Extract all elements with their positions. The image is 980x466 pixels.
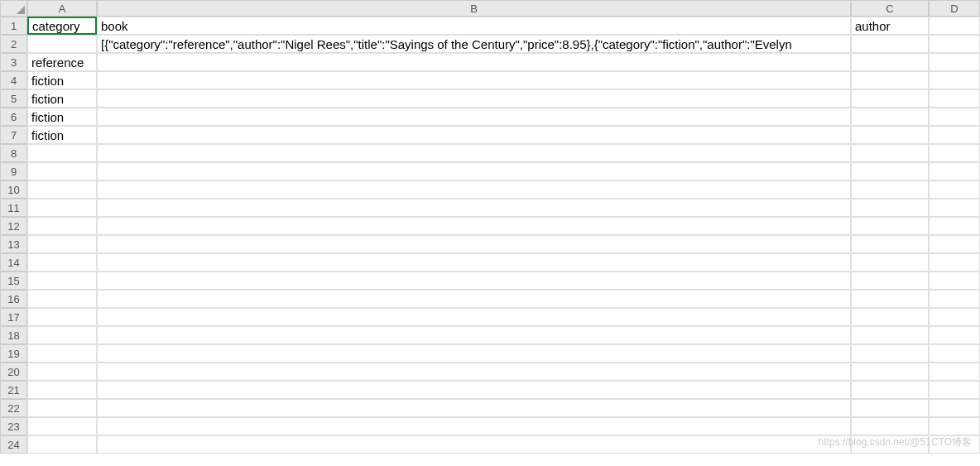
cell-d13[interactable] [929, 235, 980, 253]
cell-d23[interactable] [929, 417, 980, 435]
cell-d21[interactable] [929, 381, 980, 399]
row-header-17[interactable]: 17 [0, 308, 27, 326]
cell-a18[interactable] [27, 326, 97, 344]
cell-a20[interactable] [27, 363, 97, 381]
select-all-corner[interactable] [0, 0, 27, 17]
row-header-9[interactable]: 9 [0, 162, 27, 180]
row-header-8[interactable]: 8 [0, 144, 27, 162]
cell-c20[interactable] [851, 363, 929, 381]
cell-c2[interactable] [851, 35, 929, 53]
row-header-12[interactable]: 12 [0, 217, 27, 235]
cell-b20[interactable] [97, 363, 851, 381]
cell-c21[interactable] [851, 381, 929, 399]
cell-a11[interactable] [27, 199, 97, 217]
row-header-6[interactable]: 6 [0, 108, 27, 126]
row-header-19[interactable]: 19 [0, 344, 27, 363]
cell-b6[interactable] [97, 108, 851, 126]
cell-d5[interactable] [929, 89, 980, 108]
cell-c3[interactable] [851, 53, 929, 71]
cell-a12[interactable] [27, 217, 97, 235]
cell-a2[interactable] [27, 35, 97, 53]
cell-b5[interactable] [97, 89, 851, 108]
cell-b18[interactable] [97, 326, 851, 344]
cell-c15[interactable] [851, 271, 929, 290]
row-header-7[interactable]: 7 [0, 126, 27, 144]
cell-a17[interactable] [27, 308, 97, 326]
cell-c8[interactable] [851, 144, 929, 162]
row-header-13[interactable]: 13 [0, 235, 27, 253]
row-header-21[interactable]: 21 [0, 381, 27, 399]
cell-d9[interactable] [929, 162, 980, 180]
row-header-14[interactable]: 14 [0, 253, 27, 271]
cell-b23[interactable] [97, 417, 851, 435]
cell-a6[interactable]: fiction [27, 108, 97, 126]
cell-a1[interactable]: category [27, 17, 97, 35]
cell-a4[interactable]: fiction [27, 71, 97, 89]
cell-d10[interactable] [929, 180, 980, 199]
cell-b24[interactable] [97, 435, 851, 454]
cell-a8[interactable] [27, 144, 97, 162]
cell-c5[interactable] [851, 89, 929, 108]
cell-d4[interactable] [929, 71, 980, 89]
cell-b2[interactable]: [{"category":"reference","author":"Nigel… [97, 35, 851, 53]
cell-b1[interactable]: book [97, 17, 851, 35]
cell-d6[interactable] [929, 108, 980, 126]
cell-d15[interactable] [929, 271, 980, 290]
cell-b7[interactable] [97, 126, 851, 144]
row-header-4[interactable]: 4 [0, 71, 27, 89]
cell-c16[interactable] [851, 290, 929, 308]
cell-c4[interactable] [851, 71, 929, 89]
row-header-5[interactable]: 5 [0, 89, 27, 108]
cell-c17[interactable] [851, 308, 929, 326]
cell-c6[interactable] [851, 108, 929, 126]
cell-b4[interactable] [97, 71, 851, 89]
row-header-23[interactable]: 23 [0, 417, 27, 435]
cell-d11[interactable] [929, 199, 980, 217]
cell-b15[interactable] [97, 271, 851, 290]
cell-a15[interactable] [27, 271, 97, 290]
cell-d22[interactable] [929, 399, 980, 417]
column-header-c[interactable]: C [851, 0, 929, 17]
row-header-11[interactable]: 11 [0, 199, 27, 217]
cell-b8[interactable] [97, 144, 851, 162]
cell-c11[interactable] [851, 199, 929, 217]
cell-b12[interactable] [97, 217, 851, 235]
cell-a21[interactable] [27, 381, 97, 399]
cell-a23[interactable] [27, 417, 97, 435]
cell-d17[interactable] [929, 308, 980, 326]
cell-c18[interactable] [851, 326, 929, 344]
row-header-10[interactable]: 10 [0, 180, 27, 199]
cell-d18[interactable] [929, 326, 980, 344]
cell-b16[interactable] [97, 290, 851, 308]
cell-c23[interactable] [851, 417, 929, 435]
cell-c12[interactable] [851, 217, 929, 235]
cell-b19[interactable] [97, 344, 851, 363]
cell-d1[interactable] [929, 17, 980, 35]
row-header-15[interactable]: 15 [0, 271, 27, 290]
cell-a22[interactable] [27, 399, 97, 417]
row-header-22[interactable]: 22 [0, 399, 27, 417]
cell-c1[interactable]: author [851, 17, 929, 35]
cell-d24[interactable] [929, 435, 980, 454]
cell-b9[interactable] [97, 162, 851, 180]
cell-b22[interactable] [97, 399, 851, 417]
cell-a13[interactable] [27, 235, 97, 253]
cell-c7[interactable] [851, 126, 929, 144]
cell-b3[interactable] [97, 53, 851, 71]
cell-a14[interactable] [27, 253, 97, 271]
row-header-20[interactable]: 20 [0, 363, 27, 381]
row-header-18[interactable]: 18 [0, 326, 27, 344]
cell-a7[interactable]: fiction [27, 126, 97, 144]
cell-d8[interactable] [929, 144, 980, 162]
cell-a24[interactable] [27, 435, 97, 454]
cell-a9[interactable] [27, 162, 97, 180]
cell-d3[interactable] [929, 53, 980, 71]
cell-d20[interactable] [929, 363, 980, 381]
column-header-b[interactable]: B [97, 0, 851, 17]
cell-d2[interactable] [929, 35, 980, 53]
row-header-16[interactable]: 16 [0, 290, 27, 308]
row-header-3[interactable]: 3 [0, 53, 27, 71]
cell-c9[interactable] [851, 162, 929, 180]
column-header-d[interactable]: D [929, 0, 980, 17]
row-header-2[interactable]: 2 [0, 35, 27, 53]
